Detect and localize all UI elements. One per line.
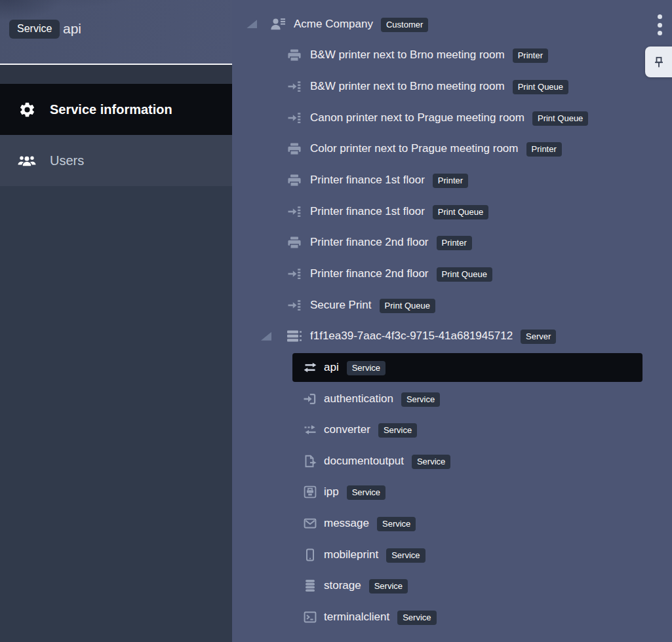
swap-arrows-icon: [302, 360, 318, 375]
expander-spacer: [261, 207, 271, 216]
pin-panel-button[interactable]: [645, 47, 672, 77]
tree-item[interactable]: Printer finance 2nd floorPrinter: [232, 227, 672, 258]
sidebar: Service informationUsers: [0, 65, 232, 642]
tree-item[interactable]: authenticationService: [232, 383, 672, 415]
customer-icon: [270, 16, 286, 32]
expander-icon[interactable]: [247, 20, 257, 28]
tree-item[interactable]: Color printer next to Prague meeting roo…: [232, 134, 672, 165]
smartphone-icon: [302, 548, 318, 562]
tree-item-label: Canon printer next to Prague meeting roo…: [310, 111, 524, 124]
tree-item-label: terminalclient: [324, 611, 389, 624]
tree-item-label: message: [324, 517, 369, 530]
type-badge: Service: [347, 361, 385, 375]
tree-item-label: Printer finance 1st floor: [310, 205, 425, 218]
tree-item[interactable]: converterService: [232, 414, 672, 445]
login-icon: [302, 392, 318, 406]
tree-item[interactable]: Printer finance 1st floorPrint Queue: [232, 196, 672, 227]
type-badge: Service: [369, 579, 408, 594]
kebab-dot: [658, 31, 662, 35]
type-badge: Printer: [437, 236, 472, 250]
type-badge: Service: [401, 392, 440, 407]
expander-spacer: [261, 269, 271, 278]
type-badge: Service: [377, 517, 416, 531]
tree-item-label: B&W printer next to Brno meeting room: [310, 80, 505, 93]
ipp-printer-icon: [302, 485, 318, 499]
tree-item-label: documentoutput: [324, 455, 404, 468]
expander-spacer: [261, 301, 271, 309]
sidebar-item-users[interactable]: Users: [0, 135, 232, 186]
type-badge: Printer: [526, 142, 562, 157]
type-badge: Server: [521, 330, 556, 344]
sidebar-item-service-information[interactable]: Service information: [0, 84, 232, 135]
tree-item[interactable]: B&W printer next to Brno meeting roomPri…: [232, 40, 672, 71]
database-icon: [302, 578, 318, 593]
type-badge: Print Queue: [532, 111, 588, 126]
tree-item-label: authentication: [324, 392, 393, 406]
sidebar-item-label: Service information: [50, 102, 172, 117]
print-queue-icon: [287, 111, 302, 125]
convert-arrows-icon: [302, 423, 318, 437]
tree-item-label: storage: [324, 579, 361, 592]
type-badge: Print Queue: [513, 80, 568, 94]
expander-spacer: [261, 145, 271, 153]
tree-item[interactable]: Canon printer next to Prague meeting roo…: [232, 102, 672, 134]
tree-item-label: Color printer next to Prague meeting roo…: [310, 142, 519, 155]
expander-spacer: [261, 83, 271, 91]
entity-tree: Acme CompanyCustomerB&W printer next to …: [232, 0, 672, 642]
type-badge: Service: [378, 423, 417, 438]
expander-icon[interactable]: [261, 332, 271, 341]
print-queue-icon: [287, 79, 302, 94]
tree-item[interactable]: messageService: [232, 508, 672, 539]
tree-item-label: Printer finance 2nd floor: [310, 236, 429, 249]
expander-spacer: [261, 51, 271, 60]
tree-item-label: converter: [324, 423, 370, 436]
selected-row-highlight: apiService: [292, 353, 642, 382]
type-badge: Service: [397, 611, 436, 625]
more-options-button[interactable]: [652, 14, 667, 35]
type-badge: Printer: [433, 174, 468, 188]
tree-item[interactable]: mobileprintService: [232, 539, 672, 571]
tree-item[interactable]: f1f1ea39-7aac-4f3c-9715-41a681945712Serv…: [232, 320, 672, 352]
sidebar-spacer: [0, 65, 232, 84]
tree-item-label: api: [324, 361, 339, 374]
expander-spacer: [261, 238, 271, 247]
tree-item[interactable]: Printer finance 2nd floorPrint Queue: [232, 258, 672, 290]
tree-item-label: ipp: [324, 485, 339, 499]
print-queue-icon: [287, 267, 302, 281]
tree-item-label: f1f1ea39-7aac-4f3c-9715-41a681945712: [310, 330, 513, 343]
type-badge: Print Queue: [437, 267, 492, 282]
terminal-icon: [302, 610, 318, 624]
tree-item-label: Secure Print: [310, 299, 372, 312]
tree-item[interactable]: Printer finance 1st floorPrinter: [232, 164, 672, 196]
service-type-badge: Service: [9, 20, 60, 39]
envelope-icon: [302, 516, 318, 531]
tree-item-label: B&W printer next to Brno meeting room: [310, 48, 505, 62]
tree-item[interactable]: Secure PrintPrint Queue: [232, 290, 672, 321]
print-queue-icon: [287, 298, 302, 312]
type-badge: Print Queue: [433, 205, 488, 219]
printer-icon: [287, 235, 302, 250]
type-badge: Service: [412, 455, 450, 469]
type-badge: Customer: [381, 18, 428, 32]
users-icon: [17, 153, 37, 168]
tree-item[interactable]: Acme CompanyCustomer: [232, 9, 672, 40]
kebab-dot: [658, 14, 662, 19]
server-icon: [287, 328, 302, 344]
type-badge: Printer: [513, 48, 548, 63]
print-queue-icon: [287, 204, 302, 219]
type-badge: Print Queue: [380, 299, 435, 313]
tree-item[interactable]: ippService: [232, 477, 672, 508]
printer-icon: [287, 48, 302, 62]
tree-item[interactable]: documentoutputService: [232, 445, 672, 477]
kebab-dot: [658, 23, 662, 28]
sidebar-header: Service api: [0, 0, 232, 64]
printer-icon: [287, 173, 302, 187]
tree-item-label: Printer finance 2nd floor: [310, 267, 429, 280]
tree-item[interactable]: apiService: [232, 352, 672, 383]
type-badge: Service: [386, 548, 425, 563]
tree-item[interactable]: storageService: [232, 571, 672, 602]
tree-item[interactable]: B&W printer next to Brno meeting roomPri…: [232, 71, 672, 102]
pushpin-icon: [652, 56, 665, 69]
sidebar-item-label: Users: [50, 153, 84, 168]
tree-item[interactable]: terminalclientService: [232, 601, 672, 633]
